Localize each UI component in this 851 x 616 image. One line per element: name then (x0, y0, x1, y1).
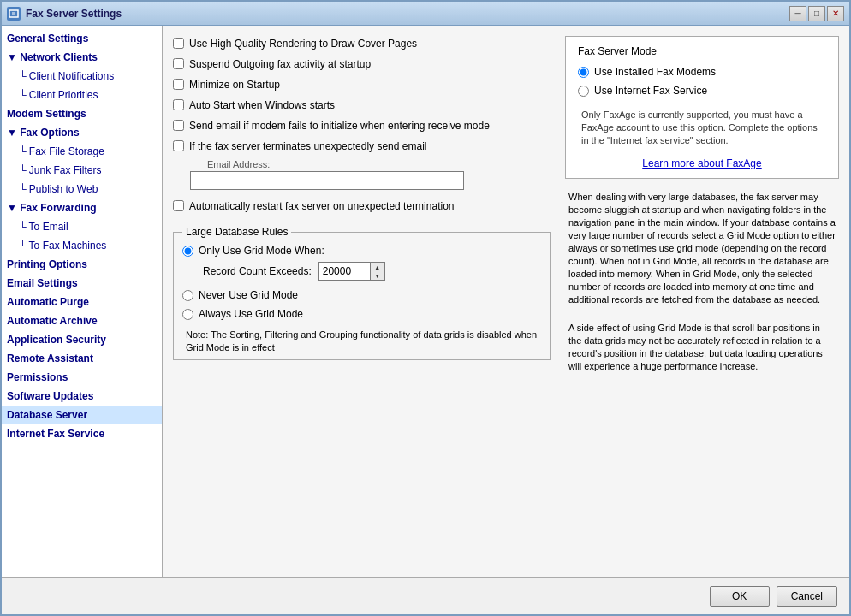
checkbox-suspend[interactable] (173, 58, 184, 69)
description-para1: When dealing with very large databases, … (565, 187, 839, 310)
radio-row-always: Always Use Grid Mode (182, 306, 542, 322)
radio-only-use[interactable] (182, 246, 193, 257)
sidebar-item-to-email[interactable]: └ To Email (2, 217, 162, 236)
radio-row-only-use: Only Use Grid Mode When: (182, 243, 542, 258)
spinbox-down-button[interactable]: ▼ (371, 271, 384, 280)
main-window: Fax Server Settings ─ □ ✕ General Settin… (0, 0, 851, 616)
radio-row-never: Never Use Grid Mode (182, 287, 542, 303)
learn-more-link[interactable]: Learn more about FaxAge (578, 157, 826, 169)
record-count-input[interactable] (318, 262, 370, 281)
bottom-bar: OK Cancel (2, 577, 849, 614)
fax-server-mode-title: Fax Server Mode (578, 45, 826, 57)
radio-only-use-label: Only Use Grid Mode When: (199, 245, 324, 257)
window-body: General Settings ▼ Network Clients └ Cli… (2, 26, 849, 577)
window-title: Fax Server Settings (26, 8, 789, 20)
faxage-info-text: Only FaxAge is currently supported, you … (578, 102, 826, 151)
svg-rect-0 (9, 10, 18, 17)
checkbox-suspend-label: Suspend Outgoing fax activity at startup (189, 57, 371, 71)
checkbox-row-minimize: Minimize on Startup (173, 77, 551, 92)
sidebar-item-fax-options[interactable]: ▼ Fax Options (2, 123, 162, 142)
sidebar-item-software-updates[interactable]: Software Updates (2, 387, 162, 406)
cancel-button[interactable]: Cancel (777, 586, 837, 607)
record-count-row: Record Count Exceeds: ▲ ▼ (203, 262, 542, 281)
sidebar-item-fax-file-storage[interactable]: └ Fax File Storage (2, 142, 162, 161)
sidebar-item-network-clients[interactable]: ▼ Network Clients (2, 48, 162, 67)
spinbox-arrows: ▲ ▼ (370, 262, 385, 281)
title-bar: Fax Server Settings ─ □ ✕ (2, 2, 849, 26)
radio-never-use[interactable] (182, 290, 193, 301)
checkbox-autorestart[interactable] (173, 200, 184, 211)
sidebar-item-database-server[interactable]: Database Server (2, 406, 162, 424)
large-db-rules-group: Large Database Rules Only Use Grid Mode … (173, 226, 551, 360)
main-content: Use High Quality Rendering to Draw Cover… (163, 26, 849, 577)
radio-always-use[interactable] (182, 309, 193, 320)
sidebar-item-general-settings[interactable]: General Settings (2, 29, 162, 48)
sidebar-item-printing-options[interactable]: Printing Options (2, 255, 162, 274)
record-count-spinbox: ▲ ▼ (318, 262, 385, 281)
checkbox-minimize[interactable] (173, 79, 184, 90)
radio-installed-modems-label: Use Installed Fax Modems (594, 66, 716, 78)
email-address-label: Email Address: (207, 159, 551, 169)
sidebar-item-automatic-purge[interactable]: Automatic Purge (2, 293, 162, 311)
sidebar-item-internet-fax-service[interactable]: Internet Fax Service (2, 424, 162, 443)
radio-row-internet-fax: Use Internet Fax Service (578, 83, 826, 98)
left-panel: Use High Quality Rendering to Draw Cover… (173, 36, 551, 566)
sidebar: General Settings ▼ Network Clients └ Cli… (2, 26, 163, 577)
checkbox-high-quality-label: Use High Quality Rendering to Draw Cover… (189, 37, 417, 50)
sidebar-item-remote-assistant[interactable]: Remote Assistant (2, 349, 162, 368)
checkbox-autostart-label: Auto Start when Windows starts (189, 98, 335, 112)
ok-button[interactable]: OK (710, 586, 770, 607)
checkbox-row-suspend: Suspend Outgoing fax activity at startup (173, 56, 551, 72)
sidebar-item-client-notifications[interactable]: └ Client Notifications (2, 67, 162, 86)
checkbox-autostart[interactable] (173, 99, 184, 110)
fax-server-mode-box: Fax Server Mode Use Installed Fax Modems… (565, 36, 839, 179)
sidebar-item-automatic-archive[interactable]: Automatic Archive (2, 311, 162, 330)
radio-row-installed-modems: Use Installed Fax Modems (578, 64, 826, 80)
checkbox-sendemail-terminate-label: If the fax server terminates unexpectedl… (189, 139, 426, 153)
checkbox-row-sendemail-terminate: If the fax server terminates unexpectedl… (173, 139, 551, 154)
maximize-button[interactable]: □ (808, 6, 825, 21)
spinbox-up-button[interactable]: ▲ (371, 263, 384, 271)
record-count-label: Record Count Exceeds: (203, 265, 312, 277)
checkbox-row-autorestart: Automatically restart fax server on unex… (173, 198, 551, 214)
email-address-input[interactable] (190, 171, 464, 190)
checkbox-high-quality[interactable] (173, 38, 184, 49)
sidebar-item-modem-settings[interactable]: Modem Settings (2, 104, 162, 123)
checkbox-sendemail-modem[interactable] (173, 120, 184, 131)
close-button[interactable]: ✕ (827, 6, 844, 21)
sidebar-item-fax-forwarding[interactable]: ▼ Fax Forwarding (2, 198, 162, 217)
checkbox-autorestart-label: Automatically restart fax server on unex… (189, 199, 454, 213)
right-panel: Fax Server Mode Use Installed Fax Modems… (565, 36, 839, 566)
radio-always-use-label: Always Use Grid Mode (199, 308, 303, 320)
minimize-button[interactable]: ─ (789, 6, 806, 21)
grid-mode-note: Note: The Sorting, Filtering and Groupin… (182, 329, 542, 354)
sidebar-item-email-settings[interactable]: Email Settings (2, 274, 162, 293)
window-icon (7, 7, 21, 21)
sidebar-item-junk-fax-filters[interactable]: └ Junk Fax Filters (2, 161, 162, 180)
checkbox-sendemail-modem-label: Send email if modem fails to initialize … (189, 119, 490, 133)
sidebar-item-application-security[interactable]: Application Security (2, 330, 162, 349)
content-area: Use High Quality Rendering to Draw Cover… (173, 36, 839, 566)
large-db-rules-title: Large Database Rules (182, 226, 291, 238)
checkbox-sendemail-terminate[interactable] (173, 140, 184, 151)
checkbox-minimize-label: Minimize on Startup (189, 78, 280, 92)
radio-internet-fax-label: Use Internet Fax Service (594, 85, 707, 97)
checkbox-row-high-quality: Use High Quality Rendering to Draw Cover… (173, 36, 551, 51)
sidebar-item-publish-to-web[interactable]: └ Publish to Web (2, 180, 162, 198)
description-para2: A side effect of using Grid Mode is that… (565, 318, 839, 376)
title-bar-buttons: ─ □ ✕ (789, 6, 844, 21)
sidebar-item-permissions[interactable]: Permissions (2, 368, 162, 387)
sidebar-item-to-fax-machines[interactable]: └ To Fax Machines (2, 236, 162, 255)
radio-internet-fax[interactable] (578, 86, 589, 97)
checkbox-row-autostart: Auto Start when Windows starts (173, 98, 551, 113)
radio-installed-modems[interactable] (578, 67, 589, 78)
checkbox-row-sendemail-modem: Send email if modem fails to initialize … (173, 118, 551, 133)
sidebar-item-client-priorities[interactable]: └ Client Priorities (2, 86, 162, 104)
radio-never-use-label: Never Use Grid Mode (199, 289, 298, 301)
